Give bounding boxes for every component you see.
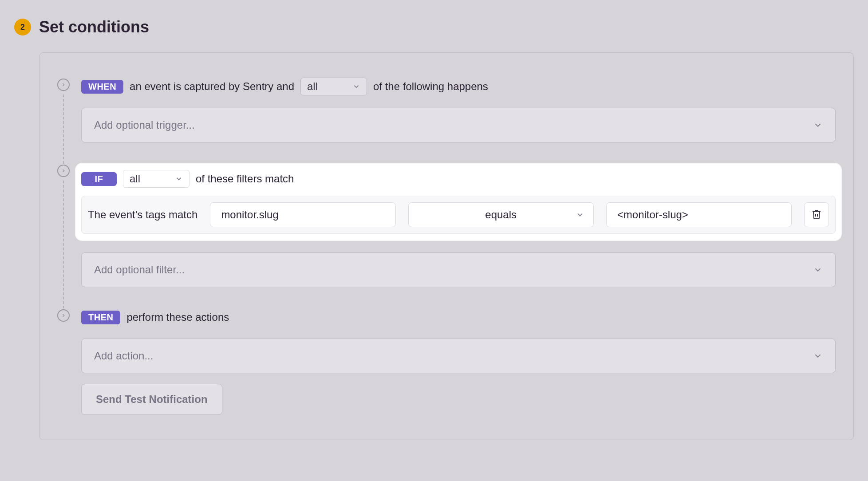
when-gutter bbox=[57, 79, 70, 164]
delete-filter-button[interactable] bbox=[804, 202, 829, 227]
if-block: IF all of these filters match The event'… bbox=[57, 164, 836, 287]
if-match-select[interactable]: all bbox=[123, 170, 189, 188]
add-action-placeholder: Add action... bbox=[94, 350, 153, 362]
step-number: 2 bbox=[20, 23, 25, 32]
chevron-down-icon bbox=[576, 210, 584, 219]
when-text-after: of the following happens bbox=[373, 80, 488, 93]
trash-icon bbox=[811, 209, 822, 221]
chevron-down-icon bbox=[813, 120, 823, 130]
step-number-badge: 2 bbox=[14, 19, 31, 35]
add-trigger-placeholder: Add optional trigger... bbox=[94, 119, 195, 131]
conditions-panel: WHEN an event is captured by Sentry and … bbox=[39, 52, 854, 440]
when-badge: WHEN bbox=[81, 80, 123, 94]
tag-key-input[interactable] bbox=[210, 202, 395, 227]
if-header: IF all of these filters match bbox=[81, 170, 836, 188]
chevron-down-icon bbox=[352, 83, 360, 91]
chevron-circle-icon bbox=[57, 165, 70, 177]
if-match-value: all bbox=[130, 173, 140, 185]
when-match-value: all bbox=[307, 80, 318, 93]
when-header: WHEN an event is captured by Sentry and … bbox=[81, 78, 836, 95]
then-gutter bbox=[57, 309, 70, 322]
tag-operator-select[interactable]: equals bbox=[408, 202, 594, 227]
tag-value-input[interactable] bbox=[606, 202, 792, 227]
then-badge: THEN bbox=[81, 311, 120, 324]
then-header: THEN perform these actions bbox=[81, 308, 836, 326]
add-trigger-select[interactable]: Add optional trigger... bbox=[81, 108, 836, 142]
chevron-circle-icon bbox=[57, 79, 70, 91]
chevron-circle-icon bbox=[57, 309, 70, 322]
tag-filter-label: The event's tags match bbox=[88, 209, 197, 221]
send-test-notification-button[interactable]: Send Test Notification bbox=[81, 384, 222, 415]
gutter-line bbox=[63, 95, 64, 164]
tag-operator-value: equals bbox=[485, 209, 517, 221]
when-match-select[interactable]: all bbox=[300, 78, 367, 95]
if-gutter bbox=[57, 165, 70, 308]
then-block: THEN perform these actions Add action...… bbox=[57, 308, 836, 415]
add-filter-placeholder: Add optional filter... bbox=[94, 264, 185, 276]
send-test-label: Send Test Notification bbox=[96, 393, 208, 406]
section-header: 2 Set conditions bbox=[14, 18, 854, 36]
when-text-before: an event is captured by Sentry and bbox=[130, 80, 294, 93]
add-filter-select[interactable]: Add optional filter... bbox=[81, 252, 836, 287]
chevron-down-icon bbox=[813, 351, 823, 361]
if-text-after: of these filters match bbox=[196, 173, 294, 185]
if-badge: IF bbox=[81, 172, 117, 186]
if-highlight-card: IF all of these filters match The event'… bbox=[76, 164, 841, 240]
chevron-down-icon bbox=[175, 175, 183, 183]
add-action-select[interactable]: Add action... bbox=[81, 339, 836, 373]
chevron-down-icon bbox=[813, 265, 823, 275]
then-text-after: perform these actions bbox=[126, 311, 229, 323]
tag-filter-row: The event's tags match equals bbox=[81, 196, 836, 234]
gutter-line bbox=[63, 181, 64, 308]
section-title: Set conditions bbox=[39, 18, 149, 36]
when-block: WHEN an event is captured by Sentry and … bbox=[57, 78, 836, 142]
